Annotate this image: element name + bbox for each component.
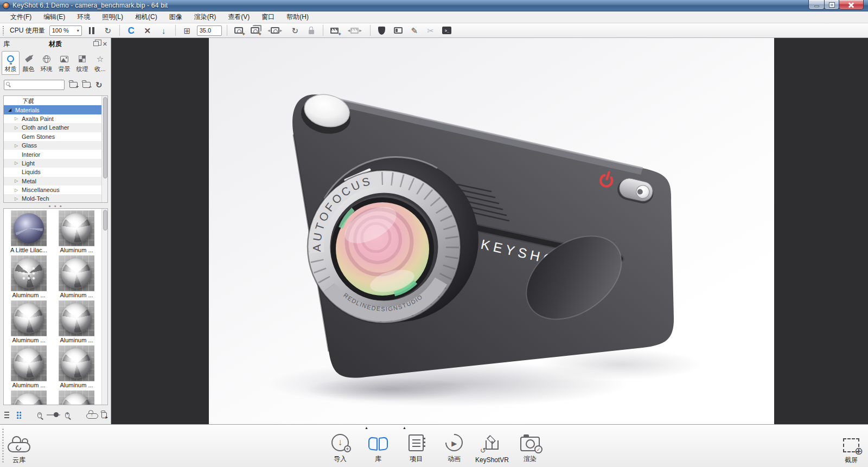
keyshot-logo-icon bbox=[3, 2, 10, 9]
grid-view-icon[interactable] bbox=[16, 411, 21, 419]
tree-item-downloads[interactable]: 下载 bbox=[4, 97, 101, 105]
close-panel-icon[interactable]: ✕ bbox=[103, 41, 107, 47]
environment-globe-icon bbox=[42, 54, 51, 63]
refresh-library-icon[interactable]: ↻ bbox=[95, 81, 103, 89]
tree-item-interior[interactable]: Interior bbox=[4, 150, 101, 158]
cpu-usage-select[interactable]: 100 % ▾ bbox=[49, 25, 82, 36]
performance-mode-button[interactable]: ↻ bbox=[101, 24, 114, 37]
add-folder-icon[interactable]: + bbox=[69, 82, 78, 88]
separator bbox=[175, 25, 176, 36]
render-region-button[interactable]: ⊞ bbox=[181, 24, 194, 37]
thumbnail-size-slider[interactable] bbox=[47, 411, 60, 419]
material-thumbnail[interactable] bbox=[53, 391, 100, 405]
minimize-button[interactable] bbox=[808, 0, 825, 10]
material-thumbnail[interactable]: A Little Lilac... bbox=[5, 210, 53, 254]
terminal-icon: >_ bbox=[442, 27, 451, 34]
annotate-button[interactable]: ✎ bbox=[408, 24, 421, 37]
menu-render[interactable]: 渲染(R) bbox=[188, 11, 222, 23]
menu-window[interactable]: 窗口 bbox=[256, 11, 280, 23]
menu-environment[interactable]: 环境 bbox=[71, 11, 96, 23]
cloud-upload-icon[interactable]: ↑ bbox=[86, 412, 94, 419]
tree-item-cloth-and-leather[interactable]: ▷Cloth and Leather bbox=[4, 123, 101, 132]
render-image[interactable]: KEYSHOT AUTOFOCUS REDLINEDESIGNSTUDI bbox=[209, 38, 774, 424]
list-view-icon[interactable] bbox=[4, 412, 9, 418]
close-button[interactable] bbox=[839, 0, 864, 10]
cloud-library-button[interactable]: 云库 bbox=[8, 429, 30, 465]
tree-item-metal[interactable]: ▷Metal bbox=[4, 177, 101, 185]
cycle-camera-button[interactable]: ◂▸ bbox=[265, 24, 285, 37]
menu-edit[interactable]: 编辑(E) bbox=[37, 11, 71, 23]
fit-view-button[interactable]: ✕ bbox=[141, 24, 154, 37]
tree-item-gem-stones[interactable]: Gem Stones bbox=[4, 132, 101, 141]
camera-icon bbox=[234, 27, 243, 34]
cut-button[interactable]: ✂ bbox=[424, 24, 437, 37]
float-panel-icon[interactable] bbox=[93, 41, 99, 46]
material-thumbnail[interactable]: Aluminum ... bbox=[53, 255, 100, 299]
material-thumbnail[interactable]: Aluminum ... bbox=[53, 210, 100, 254]
material-thumbnail[interactable]: Aluminum ... bbox=[5, 346, 53, 389]
add-keyframe-button[interactable]: + bbox=[328, 24, 341, 37]
material-thumbnail[interactable]: Aluminum ... bbox=[5, 300, 53, 344]
shield-icon bbox=[378, 27, 385, 35]
tree-item-axalta-paint[interactable]: ▷Axalta Paint bbox=[4, 114, 101, 123]
toolbar-grip[interactable] bbox=[2, 25, 4, 35]
cycle-keyframe-button[interactable]: ◂▸ bbox=[344, 24, 365, 37]
thumbnails-scrollbar[interactable] bbox=[101, 209, 107, 405]
remove-folder-icon[interactable]: − bbox=[82, 82, 91, 88]
tab-environments[interactable]: 环境 bbox=[37, 51, 55, 75]
dock-import-button[interactable]: ↓ + 导入 bbox=[323, 428, 357, 464]
dock-project-button[interactable]: ▲ 项目 bbox=[399, 428, 433, 464]
pause-render-button[interactable] bbox=[85, 24, 98, 37]
menu-view[interactable]: 查看(V) bbox=[222, 11, 256, 23]
tree-item-light[interactable]: ▷Light bbox=[4, 159, 101, 168]
tab-textures[interactable]: 纹理 bbox=[73, 51, 91, 75]
tab-backplates[interactable]: 背景 bbox=[55, 51, 73, 75]
menu-file[interactable]: 文件(F) bbox=[4, 11, 37, 23]
menu-lighting[interactable]: 照明(L) bbox=[96, 11, 129, 23]
dock-render-button[interactable]: ✓ 渲染 bbox=[513, 428, 547, 464]
zo[interactable]: − bbox=[37, 412, 42, 418]
menu-camera[interactable]: 相机(C) bbox=[129, 11, 163, 23]
import-folder-icon[interactable]: ▸ bbox=[101, 412, 107, 418]
thumbnails-scrollbar-thumb[interactable] bbox=[103, 210, 107, 231]
menu-help[interactable]: 帮助(H) bbox=[280, 11, 315, 23]
scripting-console-button[interactable]: >_ bbox=[441, 24, 454, 37]
tree-scrollbar-thumb[interactable] bbox=[103, 97, 107, 178]
tree-item-glass[interactable]: ▷Glass bbox=[4, 141, 101, 150]
tree-item-mold-tech[interactable]: ▷Mold-Tech bbox=[4, 194, 101, 203]
search-input[interactable] bbox=[4, 80, 65, 90]
menu-image[interactable]: 图像 bbox=[163, 11, 188, 23]
material-thumbnail[interactable]: Aluminum ... bbox=[53, 300, 100, 344]
dock-animation-button[interactable]: ▶ 动画 bbox=[437, 428, 471, 464]
download-button[interactable]: ↓ bbox=[157, 24, 170, 37]
panel-splitter[interactable]: ● ● ● bbox=[0, 203, 111, 208]
tree-scrollbar[interactable] bbox=[101, 96, 107, 202]
add-multi-camera-button[interactable]: + bbox=[248, 24, 261, 37]
material-thumbnail[interactable] bbox=[5, 391, 53, 405]
titlebar[interactable]: KeyShot 6.1 Demo - camera_benchmark.bip … bbox=[0, 0, 868, 11]
tree-item-miscellaneous[interactable]: ▷Miscellaneous bbox=[4, 185, 101, 194]
realtime-viewport[interactable]: KEYSHOT AUTOFOCUS REDLINEDESIGNSTUDI bbox=[111, 38, 868, 424]
tab-favorites[interactable]: ☆ 收... bbox=[91, 51, 109, 75]
focal-length-input[interactable] bbox=[197, 25, 222, 36]
lock-camera-button[interactable] bbox=[305, 24, 318, 37]
prev-arrow-icon: ◂ bbox=[267, 28, 271, 33]
dock-grip[interactable] bbox=[2, 428, 4, 464]
restore-button[interactable] bbox=[824, 0, 839, 10]
dock-library-button[interactable]: ▲ 库 bbox=[361, 428, 395, 464]
show-panels-button[interactable] bbox=[392, 24, 405, 37]
tab-colors[interactable]: 颜色 bbox=[20, 51, 37, 75]
dock-keyshotvr-button[interactable]: ↺ KeyShotVR bbox=[475, 428, 509, 464]
tab-materials[interactable]: 材质 bbox=[2, 51, 20, 75]
screenshot-button[interactable]: ⊕ 截屏 bbox=[843, 429, 859, 465]
zoom-in-icon[interactable]: + bbox=[65, 412, 69, 418]
reset-camera-button[interactable]: ↻ bbox=[289, 24, 302, 37]
material-protect-button[interactable] bbox=[375, 24, 388, 37]
tree-item-materials[interactable]: ◢Materials bbox=[4, 105, 101, 114]
material-thumbnail[interactable]: Aluminum ... bbox=[53, 346, 100, 389]
add-camera-button[interactable]: + bbox=[232, 24, 245, 37]
material-thumbnail[interactable]: Aluminum ... bbox=[5, 255, 53, 299]
realtime-render-toggle[interactable]: C bbox=[125, 24, 138, 37]
keyshot-window: KeyShot 6.1 Demo - camera_benchmark.bip … bbox=[0, 0, 868, 467]
tree-item-liquids[interactable]: Liquids bbox=[4, 168, 101, 176]
